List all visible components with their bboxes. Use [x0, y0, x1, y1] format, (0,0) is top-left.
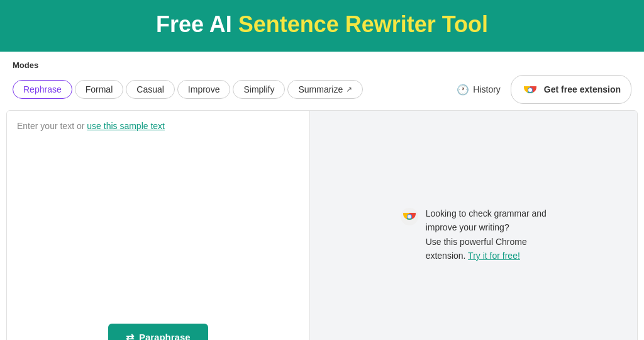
- input-bottom: ⇄ Paraphrase: [7, 316, 309, 340]
- promo-line4-start: extension.: [426, 251, 468, 261]
- promo-line3: Use this powerful Chrome: [426, 237, 527, 247]
- promo-text: Looking to check grammar and improve you…: [426, 207, 547, 263]
- page-title: Free AI Sentence Rewriter Tool: [13, 11, 631, 38]
- tab-rephrase[interactable]: Rephrase: [13, 80, 72, 99]
- paraphrase-label: Paraphrase: [139, 332, 191, 340]
- header: Free AI Sentence Rewriter Tool: [0, 0, 644, 52]
- toolbar-row: Rephrase Formal Casual Improve Simplify …: [13, 75, 631, 104]
- title-white: Free AI: [156, 11, 238, 37]
- external-link-icon: ↗: [346, 85, 352, 94]
- clock-icon: 🕐: [457, 84, 469, 96]
- chrome-icon: [521, 81, 539, 99]
- promo-line2: improve your writing?: [426, 222, 509, 232]
- sample-text-link[interactable]: use this sample text: [87, 121, 165, 131]
- paraphrase-button[interactable]: ⇄ Paraphrase: [108, 324, 208, 340]
- get-extension-label: Get free extension: [544, 84, 621, 94]
- tab-simplify[interactable]: Simplify: [233, 80, 285, 99]
- chrome-promo-icon: [401, 208, 418, 225]
- history-label: History: [473, 84, 501, 94]
- svg-point-5: [408, 215, 411, 218]
- try-for-free-link[interactable]: Try it for free!: [468, 251, 520, 261]
- input-panel: Enter your text or use this sample text …: [7, 111, 310, 340]
- promo-line1: Looking to check grammar and: [426, 208, 547, 218]
- input-placeholder-text: Enter your text or use this sample text: [7, 111, 309, 131]
- tab-summarize[interactable]: Summarize ↗: [287, 80, 363, 99]
- toolbar-right: 🕐 History: [457, 75, 631, 104]
- tab-casual[interactable]: Casual: [126, 80, 175, 99]
- modes-tabs: Rephrase Formal Casual Improve Simplify …: [13, 80, 363, 99]
- modes-label: Modes: [13, 60, 631, 70]
- text-input[interactable]: [7, 131, 309, 316]
- output-panel: Looking to check grammar and improve you…: [310, 111, 638, 340]
- title-yellow: Sentence Rewriter Tool: [238, 11, 488, 37]
- main-area: Enter your text or use this sample text …: [6, 110, 638, 340]
- svg-point-2: [528, 88, 532, 92]
- placeholder-text: Enter your text or: [17, 121, 87, 131]
- paraphrase-icon: ⇄: [126, 331, 134, 340]
- summarize-label: Summarize: [298, 84, 343, 94]
- tab-improve[interactable]: Improve: [177, 80, 231, 99]
- get-extension-button[interactable]: Get free extension: [511, 75, 631, 104]
- history-button[interactable]: 🕐 History: [457, 84, 501, 96]
- toolbar: Modes Rephrase Formal Casual Improve Sim…: [0, 52, 644, 110]
- extension-promo: Looking to check grammar and improve you…: [401, 207, 547, 263]
- tab-formal[interactable]: Formal: [75, 80, 124, 99]
